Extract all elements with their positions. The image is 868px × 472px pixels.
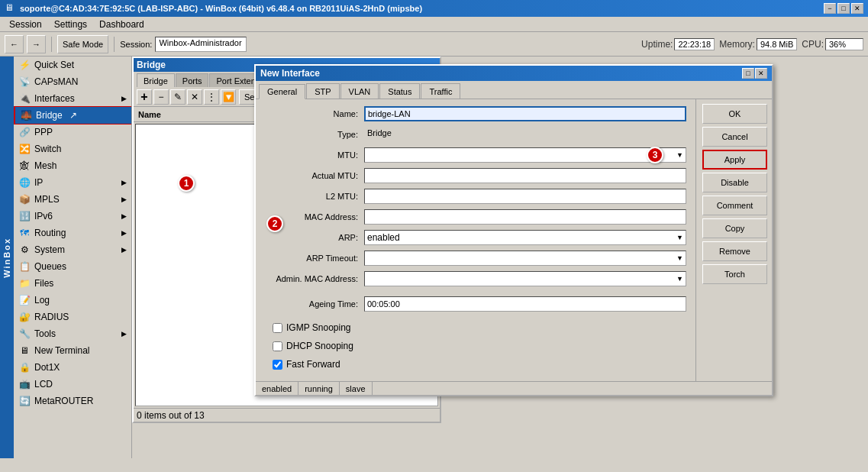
l2mtu-input[interactable] [364, 189, 686, 204]
minimize-button[interactable]: − [824, 3, 836, 14]
sidebar-label-files: Files [34, 278, 53, 289]
sidebar-item-switch[interactable]: 🔀 Switch [14, 141, 131, 157]
dialog-close-button[interactable]: ✕ [755, 68, 767, 79]
disable-button[interactable]: Disable [702, 173, 767, 192]
sidebar-item-new-terminal[interactable]: 🖥 New Terminal [14, 342, 131, 359]
safe-mode-button[interactable]: Safe Mode [57, 35, 108, 53]
menu-session[interactable]: Session [3, 18, 48, 31]
routing-arrow: ▶ [121, 229, 127, 237]
sidebar-item-bridge[interactable]: 🌉 Bridge ↗ [14, 107, 131, 124]
sidebar-item-metarouter[interactable]: 🔄 MetaROUTER [14, 393, 131, 409]
close-button[interactable]: ✕ [851, 3, 863, 14]
sidebar-label-routing: Routing [34, 228, 66, 238]
arp-timeout-select[interactable]: ▼ [364, 251, 686, 266]
sidebar-item-system[interactable]: ⚙ System ▶ [14, 241, 131, 258]
winbox-vertical-tab[interactable]: WinBox [0, 57, 14, 458]
status-seg-3: slave [340, 382, 373, 395]
mtu-select[interactable]: ▼ [364, 147, 686, 163]
bridge-edit-button[interactable]: ✎ [170, 89, 186, 105]
dialog-restore-button[interactable]: □ [742, 68, 754, 79]
cpu-value: 36% [825, 38, 863, 50]
arp-select[interactable]: enabled ▼ [364, 230, 686, 245]
comment-button[interactable]: Comment [702, 196, 767, 215]
sidebar-item-queues[interactable]: 📋 Queues [14, 258, 131, 275]
dialog-tab-status[interactable]: Status [379, 83, 420, 99]
form-row-admin-mac: Admin. MAC Address: ▼ [265, 270, 686, 287]
bridge-delete-button[interactable]: ✕ [187, 89, 202, 105]
apply-button[interactable]: Apply [702, 150, 767, 170]
sidebar-item-radius[interactable]: 🔐 RADIUS [14, 309, 131, 325]
status-seg-1: enabled [256, 382, 298, 395]
remove-button[interactable]: Remove [702, 241, 767, 261]
new-interface-dialog: New Interface □ ✕ General STP VLAN Statu… [254, 64, 773, 396]
dialog-tab-general[interactable]: General [259, 84, 305, 99]
copy-button[interactable]: Copy [702, 218, 767, 238]
sidebar-item-lcd[interactable]: 📺 LCD [14, 376, 131, 393]
back-button[interactable]: ← [5, 35, 24, 53]
dialog-tab-vlan[interactable]: VLAN [340, 83, 379, 99]
bridge-remove-button[interactable]: − [153, 89, 169, 105]
bridge-filter-button[interactable]: 🔽 [221, 89, 236, 105]
sidebar-item-mesh[interactable]: 🕸 Mesh [14, 157, 131, 174]
ip-icon: 🌐 [18, 176, 31, 189]
sidebar-item-log[interactable]: 📝 Log [14, 292, 131, 309]
uptime-status: Uptime: 22:23:18 [641, 38, 715, 50]
sidebar-label-switch: Switch [34, 144, 61, 154]
bridge-tab-ports[interactable]: Ports [176, 73, 209, 87]
sidebar-label-ppp: PPP [34, 127, 53, 137]
menu-settings[interactable]: Settings [48, 18, 93, 31]
sidebar-item-ip[interactable]: 🌐 IP ▶ [14, 174, 131, 191]
status-bar-top: Uptime: 22:23:18 Memory: 94.8 MiB CPU: 3… [641, 38, 863, 50]
ageing-time-input[interactable] [364, 296, 686, 312]
fast-forward-checkbox[interactable] [273, 360, 282, 370]
name-input[interactable] [364, 106, 686, 121]
dialog-tabs: General STP VLAN Status Traffic [256, 81, 772, 99]
ageing-time-label: Ageing Time: [265, 299, 364, 309]
sidebar-item-routing[interactable]: 🗺 Routing ▶ [14, 225, 131, 241]
form-row-type: Type: Bridge [265, 126, 686, 143]
lcd-icon: 📺 [18, 378, 31, 390]
torch-button[interactable]: Torch [702, 264, 767, 284]
sidebar-item-tools[interactable]: 🔧 Tools ▶ [14, 325, 131, 342]
sidebar-item-capsman[interactable]: 📡 CAPsMAN [14, 73, 131, 90]
sidebar-label-log: Log [34, 295, 50, 306]
bridge-tab-bridge[interactable]: Bridge [137, 73, 175, 87]
menu-dashboard[interactable]: Dashboard [93, 18, 150, 31]
ip-arrow: ▶ [121, 179, 127, 186]
bridge-add-button[interactable]: + [137, 89, 152, 105]
cancel-button[interactable]: Cancel [702, 127, 767, 147]
status-seg-2: running [298, 382, 340, 395]
queues-icon: 📋 [18, 260, 31, 273]
dialog-tab-stp[interactable]: STP [306, 83, 339, 99]
dialog-buttons-panel: OK Cancel Apply Disable Comment Copy Rem… [695, 99, 772, 381]
dhcp-checkbox[interactable] [273, 341, 282, 351]
actual-mtu-input[interactable] [364, 168, 686, 183]
bridge-copy-button[interactable]: ⋮ [204, 89, 219, 105]
sidebar-item-ipv6[interactable]: 🔢 IPv6 ▶ [14, 208, 131, 225]
sidebar-item-files[interactable]: 📁 Files [14, 275, 131, 292]
form-row-l2mtu: L2 MTU: [265, 188, 686, 205]
maximize-button[interactable]: □ [837, 3, 850, 14]
admin-mac-select[interactable]: ▼ [364, 271, 686, 286]
sidebar-label-tools: Tools [34, 328, 56, 339]
sidebar-item-quick-set[interactable]: ⚡ Quick Set [14, 57, 131, 73]
mac-input[interactable] [364, 209, 686, 225]
igmp-checkbox[interactable] [273, 323, 282, 333]
sidebar-label-dot1x: Dot1X [34, 362, 60, 373]
ipv6-arrow: ▶ [121, 212, 127, 220]
radius-icon: 🔐 [18, 311, 31, 323]
forward-button[interactable]: → [27, 35, 46, 53]
sidebar-item-interfaces[interactable]: 🔌 Interfaces ▶ [14, 90, 131, 107]
form-row-fast-forward: Fast Forward [265, 357, 686, 372]
session-value: Winbox-Administrador [155, 37, 247, 52]
menu-bar: Session Settings Dashboard [0, 17, 868, 32]
ok-button[interactable]: OK [702, 104, 767, 124]
name-label: Name: [265, 109, 364, 118]
sidebar-item-mpls[interactable]: 📦 MPLS ▶ [14, 191, 131, 208]
sidebar-item-ppp[interactable]: 🔗 PPP [14, 124, 131, 141]
dialog-tab-traffic[interactable]: Traffic [421, 83, 460, 99]
form-row-arp-timeout: ARP Timeout: ▼ [265, 250, 686, 267]
new-terminal-icon: 🖥 [18, 344, 31, 357]
bridge-window-title-text: Bridge [137, 60, 166, 70]
sidebar-item-dot1x[interactable]: 🔒 Dot1X [14, 359, 131, 376]
